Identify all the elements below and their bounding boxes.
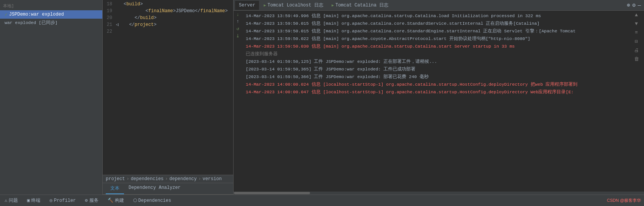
code-lines: 18 <build> 19 <finalName>JSPDemo</finalN… bbox=[103, 0, 233, 175]
tab-problems-label: 问题 bbox=[9, 197, 18, 204]
build-icon: 🔨 bbox=[108, 198, 113, 203]
log-line-10: 14-Mar-2023 14:00:00.047 信息 [localhost-s… bbox=[243, 88, 633, 96]
war-exploded-row: war exploded [已同步] bbox=[0, 19, 102, 27]
console-right-icons: ▲ ▼ ≡ ⊟ 🖨 🗑 bbox=[633, 12, 639, 62]
breadcrumb-sep-3: › bbox=[198, 176, 201, 182]
tab-services-label: 服务 bbox=[89, 197, 99, 204]
server-item-label: ✓ JSPDemo:war exploded bbox=[5, 11, 98, 18]
console-up-icon[interactable]: ↑ bbox=[234, 19, 241, 24]
log-line-1: 14-Mar-2023 13:59:50.015 信息 [main] org.a… bbox=[243, 20, 633, 27]
console-tab-server[interactable]: Server bbox=[235, 1, 259, 10]
console-header-right: ⊕ ⚙ — bbox=[627, 2, 642, 8]
gutter-21: ◁ bbox=[116, 21, 124, 28]
line-number-18: 18 bbox=[103, 1, 116, 8]
tab-terminal[interactable]: ▣ 终端 bbox=[25, 196, 42, 204]
tab-wenben[interactable]: 文本 bbox=[106, 183, 124, 194]
profiler-icon: ◎ bbox=[49, 198, 52, 203]
line-content-19: <finalName>JSPDemo</finalName> bbox=[124, 8, 233, 14]
line-number-20: 20 bbox=[103, 14, 116, 21]
tab-profiler[interactable]: ◎ Profiler bbox=[48, 197, 77, 204]
dependencies-icon: ⬡ bbox=[133, 198, 137, 203]
tab-terminal-label: 终端 bbox=[31, 197, 40, 204]
console-tab-localhost-label: Tomcat Localhost 日志 bbox=[267, 2, 323, 8]
breadcrumb-dependencies[interactable]: dependencies bbox=[131, 176, 164, 182]
breadcrumb-bar: project › dependencies › dependency › ve… bbox=[103, 175, 233, 183]
console-tab-localhost-arrow: ▶ bbox=[264, 3, 266, 8]
console-tab-server-label: Server bbox=[239, 3, 255, 8]
log-line-4: 14-Mar-2023 13:59:50.030 信息 [main] org.a… bbox=[243, 43, 633, 50]
server-item[interactable]: ✓ JSPDemo:war exploded bbox=[0, 10, 102, 19]
scroll-up-icon[interactable]: ▲ bbox=[633, 12, 639, 18]
tab-profiler-label: Profiler bbox=[54, 198, 76, 203]
log-line-8: [2023-03-14 01:59:50,366] 工件 JSPDemo:war… bbox=[243, 73, 633, 81]
console-tabs: Server ▶ Tomcat Localhost 日志 ▶ Tomcat Ca… bbox=[234, 0, 644, 11]
code-line-21: 21 ◁ </project> bbox=[103, 21, 233, 28]
line-number-21: 21 bbox=[103, 21, 116, 28]
line-content-20: </build> bbox=[124, 14, 233, 21]
console-collapse-icon[interactable]: ⤓ bbox=[234, 33, 241, 39]
tab-build[interactable]: 🔨 构建 bbox=[106, 196, 126, 204]
line-content-21: </project> bbox=[124, 21, 233, 28]
editor-area: 本地] ✓ JSPDemo:war exploded war exploded … bbox=[0, 0, 644, 195]
code-line-20: 20 </build> bbox=[103, 14, 233, 21]
console-gear-icon[interactable]: ⚙ bbox=[632, 2, 635, 8]
left-panel: 本地] ✓ JSPDemo:war exploded war exploded … bbox=[0, 0, 103, 195]
tab-dependencies-label: Dependencies bbox=[138, 198, 171, 203]
log-line-0: 14-Mar-2023 13:59:49.996 信息 [main] org.a… bbox=[243, 12, 633, 20]
bottom-bar: ⚠ 问题 ▣ 终端 ◎ Profiler ⚙ 服务 🔨 构建 ⬡ Depende… bbox=[0, 195, 644, 206]
breadcrumb-version[interactable]: version bbox=[202, 176, 221, 182]
h-scrollbar[interactable] bbox=[234, 192, 644, 195]
tab-services[interactable]: ⚙ 服务 bbox=[83, 196, 100, 204]
log-container: 14-Mar-2023 13:59:49.996 信息 [main] org.a… bbox=[243, 12, 644, 96]
console-left-icons: ↓ ↑ ↺ ⤓ bbox=[234, 12, 242, 39]
console-tab-catalina-label: Tomcat Catalina 日志 bbox=[336, 2, 388, 8]
breadcrumb-sep-1: › bbox=[126, 176, 129, 182]
console-down-icon[interactable]: ↓ bbox=[234, 12, 241, 18]
print-icon[interactable]: 🖨 bbox=[633, 48, 639, 53]
tab-build-label: 构建 bbox=[115, 197, 124, 204]
check-icon: ✓ bbox=[5, 11, 8, 18]
services-icon: ⚙ bbox=[85, 198, 87, 203]
log-line-6: [2023-03-14 01:59:50,125] 工件 JSPDemo:war… bbox=[243, 58, 633, 65]
line-content-18: <build> bbox=[124, 1, 233, 8]
console-panel: Server ▶ Tomcat Localhost 日志 ▶ Tomcat Ca… bbox=[233, 0, 644, 195]
tab-dependency-analyzer[interactable]: Dependency Analyzer bbox=[124, 183, 185, 194]
local-label: 本地] bbox=[0, 2, 102, 10]
code-line-18: 18 <build> bbox=[103, 1, 233, 8]
log-line-2: 14-Mar-2023 13:59:50.015 信息 [main] org.a… bbox=[243, 27, 633, 35]
log-line-7: [2023-03-14 01:59:50,365] 工件 JSPDemo:war… bbox=[243, 65, 633, 73]
code-line-19: 19 <finalName>JSPDemo</finalName> bbox=[103, 8, 233, 14]
log-line-9: 14-Mar-2023 14:00:00.024 信息 [localhost-s… bbox=[243, 81, 633, 88]
log-line-3: 14-Mar-2023 13:59:50.022 信息 [main] org.a… bbox=[243, 35, 633, 43]
bottom-right-text: CSDN @极客李华 bbox=[607, 198, 641, 203]
scroll-down-icon[interactable]: ▼ bbox=[633, 21, 639, 27]
console-tab-catalina[interactable]: ▶ Tomcat Catalina 日志 bbox=[328, 0, 392, 10]
problems-icon: ⚠ bbox=[5, 198, 7, 203]
console-globe-icon[interactable]: ⊕ bbox=[627, 2, 630, 8]
line-number-22: 22 bbox=[103, 28, 116, 35]
console-tab-catalina-arrow: ▶ bbox=[332, 3, 334, 8]
code-panel: 18 <build> 19 <finalName>JSPDemo</finalN… bbox=[103, 0, 233, 195]
tab-problems[interactable]: ⚠ 问题 bbox=[3, 196, 19, 204]
editor-tabs: 文本 Dependency Analyzer bbox=[103, 183, 233, 195]
delete-icon[interactable]: 🗑 bbox=[633, 56, 639, 62]
console-tab-localhost[interactable]: ▶ Tomcat Localhost 日志 bbox=[260, 0, 327, 10]
h-scroll-thumb bbox=[234, 192, 310, 194]
breadcrumb-project[interactable]: project bbox=[106, 176, 125, 182]
console-refresh-icon[interactable]: ↺ bbox=[234, 26, 241, 32]
code-line-22: 22 bbox=[103, 28, 233, 35]
console-body: ↓ ↑ ↺ ⤓ 14-Mar-2023 13:59:49.996 信息 [mai… bbox=[234, 11, 644, 192]
tab-dependencies[interactable]: ⬡ Dependencies bbox=[132, 197, 173, 204]
left-panel-content: 本地] ✓ JSPDemo:war exploded war exploded … bbox=[0, 0, 102, 195]
terminal-icon: ▣ bbox=[27, 198, 30, 203]
log-line-5: 已连接到服务器 bbox=[243, 50, 633, 58]
breadcrumb-dependency[interactable]: dependency bbox=[169, 176, 197, 182]
lines-icon[interactable]: ≡ bbox=[633, 30, 639, 35]
console-minimize-icon[interactable]: — bbox=[638, 2, 641, 8]
line-number-19: 19 bbox=[103, 8, 116, 14]
breadcrumb-sep-2: › bbox=[165, 176, 168, 182]
collapse-all-icon[interactable]: ⊟ bbox=[633, 38, 639, 45]
